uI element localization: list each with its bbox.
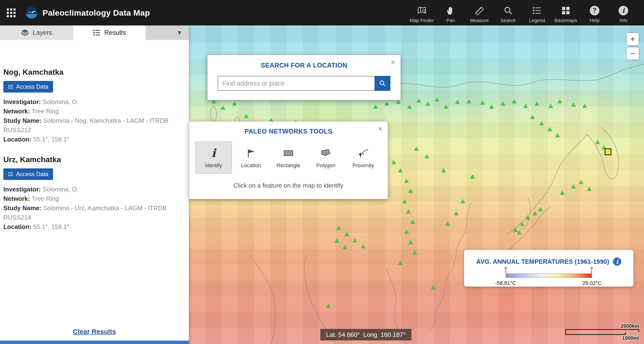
site-marker[interactable] [538, 207, 543, 211]
site-marker[interactable] [442, 168, 446, 172]
site-marker[interactable] [535, 101, 539, 105]
site-marker[interactable] [431, 285, 436, 289]
site-marker[interactable] [470, 175, 474, 178]
site-marker[interactable] [410, 220, 415, 223]
site-marker[interactable] [396, 100, 400, 104]
site-marker[interactable] [560, 191, 564, 194]
legend-list-icon [532, 5, 542, 16]
tab-results[interactable]: Results [73, 26, 146, 40]
site-marker[interactable] [412, 250, 417, 254]
site-marker[interactable] [540, 121, 544, 125]
map-finder-button[interactable]: Map Finder [408, 3, 436, 23]
site-marker[interactable] [384, 101, 389, 105]
site-marker[interactable] [490, 104, 494, 108]
site-marker[interactable] [392, 160, 396, 164]
site-marker[interactable] [533, 211, 537, 215]
site-marker[interactable] [517, 230, 522, 234]
gradient-tick [506, 270, 506, 273]
apps-grid-icon[interactable] [7, 9, 16, 17]
site-marker[interactable] [512, 99, 516, 103]
site-marker[interactable] [455, 100, 460, 104]
search-magnifier-icon [379, 80, 386, 87]
site-marker[interactable] [398, 261, 402, 264]
access-data-button[interactable]: Access Data [3, 81, 53, 92]
polygon-tool-button[interactable]: Polygon [308, 141, 344, 174]
site-marker[interactable] [596, 140, 600, 144]
tab-layers[interactable]: Layers [0, 26, 73, 40]
site-marker[interactable] [444, 104, 448, 108]
site-marker[interactable] [446, 222, 450, 225]
panel-collapse-caret[interactable]: ▼ [176, 29, 182, 37]
site-marker[interactable] [435, 97, 439, 101]
site-marker[interactable] [344, 232, 349, 236]
site-marker[interactable] [571, 184, 576, 188]
site-marker[interactable] [582, 104, 587, 107]
zoom-out-button[interactable]: − [627, 48, 639, 60]
site-marker[interactable] [530, 115, 534, 119]
close-icon[interactable]: × [390, 58, 395, 66]
site-marker[interactable] [244, 114, 248, 118]
site-marker[interactable] [526, 216, 530, 219]
site-marker[interactable] [336, 226, 341, 229]
site-marker[interactable] [426, 101, 430, 105]
site-marker[interactable] [520, 222, 524, 225]
search-input[interactable] [218, 76, 374, 91]
site-marker[interactable] [524, 104, 528, 108]
measure-button[interactable]: Measure [465, 3, 494, 23]
toolbar-label: Info [619, 18, 627, 23]
site-marker[interactable] [402, 199, 407, 203]
site-marker[interactable] [408, 104, 412, 108]
clear-results-link[interactable]: Clear Results [73, 328, 116, 335]
site-marker[interactable] [425, 154, 429, 158]
info-button[interactable]: i Info [609, 3, 638, 23]
site-marker[interactable] [579, 180, 583, 184]
paleoclimatology-app: + − Lat. 54.660° Long. 160.187° 2000km 1… [0, 0, 644, 344]
site-marker[interactable] [353, 238, 357, 242]
zoom-in-button[interactable]: + [627, 33, 639, 45]
location-tool-button[interactable]: Location [233, 141, 269, 174]
rectangle-tool-button[interactable]: Rectangle [270, 141, 307, 174]
site-marker[interactable] [416, 98, 421, 102]
field-label: Network: [3, 108, 30, 115]
legend-info-icon[interactable]: i [613, 258, 621, 266]
selected-site-marker[interactable] [605, 148, 611, 155]
site-marker[interactable] [221, 105, 225, 109]
legend-button[interactable]: Legend [522, 3, 552, 23]
site-marker[interactable] [556, 133, 560, 137]
site-marker[interactable] [404, 179, 408, 182]
site-marker[interactable] [408, 240, 413, 244]
site-marker[interactable] [454, 211, 458, 215]
search-tool-button[interactable]: Search [494, 3, 522, 23]
site-marker[interactable] [373, 104, 378, 108]
help-button[interactable]: ? Help [580, 3, 609, 23]
site-marker[interactable] [398, 168, 402, 172]
site-marker[interactable] [461, 199, 465, 203]
footer-strip [0, 341, 189, 344]
site-marker[interactable] [602, 145, 606, 149]
site-marker[interactable] [343, 245, 347, 249]
site-marker[interactable] [414, 146, 419, 150]
identify-tool-button[interactable]: i Identify [195, 141, 232, 174]
site-marker[interactable] [480, 100, 485, 104]
site-marker[interactable] [467, 99, 471, 103]
basemaps-button[interactable]: Basemaps [552, 3, 580, 23]
access-data-button[interactable]: Access Data [3, 168, 53, 180]
proximity-tool-button[interactable]: Proximity [345, 141, 382, 174]
site-marker[interactable] [232, 101, 236, 105]
site-marker[interactable] [587, 187, 592, 191]
site-marker[interactable] [571, 102, 576, 106]
site-marker[interactable] [406, 210, 411, 213]
pan-button[interactable]: Pan [436, 3, 465, 23]
site-marker[interactable] [558, 99, 562, 103]
site-marker[interactable] [361, 244, 366, 248]
site-marker[interactable] [326, 304, 331, 307]
site-marker[interactable] [404, 230, 408, 234]
site-marker[interactable] [335, 239, 339, 243]
site-marker[interactable] [548, 104, 553, 108]
result-field: Investigator: Solomina, O. [3, 97, 184, 107]
site-marker[interactable] [408, 189, 413, 193]
site-marker[interactable] [501, 101, 505, 105]
search-submit-button[interactable] [374, 76, 390, 91]
site-marker[interactable] [548, 127, 552, 131]
close-icon[interactable]: × [378, 125, 382, 133]
